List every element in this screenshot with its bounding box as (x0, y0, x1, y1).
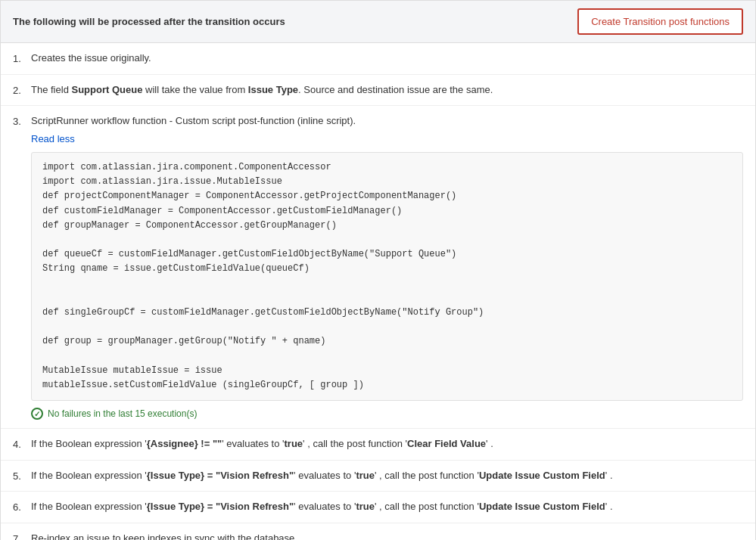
item-content: If the Boolean expression '{Issue Type} … (31, 468, 743, 484)
content-area: 1. Creates the issue originally. 2. The … (1, 43, 755, 540)
list-item: 6. If the Boolean expression '{Issue Typ… (1, 492, 755, 523)
list-item: 4. If the Boolean expression '{Assignee}… (1, 429, 755, 461)
header-bar: The following will be processed after th… (1, 1, 755, 43)
list-item: 7. Re-index an issue to keep indexes in … (1, 523, 755, 541)
item-content: The field Support Queue will take the va… (31, 82, 743, 98)
item-content: ScriptRunner workflow function - Custom … (31, 113, 743, 421)
item-number: 6. (13, 499, 31, 515)
code-block: import com.atlassian.jira.component.Comp… (31, 152, 743, 401)
read-less-link[interactable]: Read less (31, 132, 75, 147)
no-failures: ✓ No failures in the last 15 execution(s… (31, 407, 743, 421)
item-content: Creates the issue originally. (31, 51, 743, 67)
item-number: 3. (13, 113, 31, 421)
item-content: Re-index an issue to keep indexes in syn… (31, 531, 743, 541)
header-title: The following will be processed after th… (13, 16, 285, 27)
item-number: 1. (13, 51, 31, 67)
list-item: 2. The field Support Queue will take the… (1, 75, 755, 107)
item-content: If the Boolean expression '{Issue Type} … (31, 499, 743, 515)
item-number: 5. (13, 468, 31, 484)
item-number: 2. (13, 82, 31, 98)
item-number: 4. (13, 436, 31, 452)
list-item: 3. ScriptRunner workflow function - Cust… (1, 106, 755, 429)
create-transition-button[interactable]: Create Transition post functions (577, 8, 743, 35)
check-circle-icon: ✓ (31, 408, 43, 420)
list-item: 1. Creates the issue originally. (1, 43, 755, 75)
page-container: The following will be processed after th… (0, 0, 756, 540)
no-failures-text: No failures in the last 15 execution(s) (48, 407, 197, 421)
item-content: If the Boolean expression '{Assignee} !=… (31, 436, 743, 452)
list-item: 5. If the Boolean expression '{Issue Typ… (1, 461, 755, 492)
item-number: 7. (13, 531, 31, 541)
